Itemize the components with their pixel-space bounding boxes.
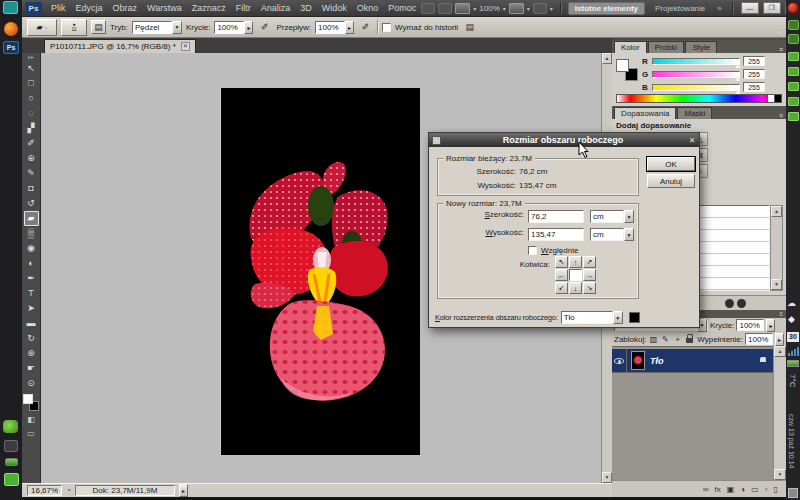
sidebar-settings-icon[interactable] bbox=[788, 488, 798, 498]
zoom-percent-field[interactable]: 16,67% bbox=[27, 485, 62, 496]
3d-rotate-tool[interactable]: ↻ bbox=[24, 331, 39, 346]
foreground-color-swatch[interactable] bbox=[23, 394, 33, 404]
move-tool[interactable]: ↖ bbox=[24, 61, 39, 76]
healing-brush-tool[interactable]: ⊕ bbox=[24, 151, 39, 166]
brush-tool[interactable]: ✎ bbox=[24, 166, 39, 181]
layers-fill-field[interactable]: 100% bbox=[745, 333, 773, 345]
menu-item[interactable]: Okno bbox=[352, 3, 384, 13]
clip-to-layer-icon[interactable] bbox=[737, 299, 746, 308]
photoshop-icon[interactable]: Ps bbox=[3, 41, 19, 54]
spinner-icon[interactable]: ▸ bbox=[766, 319, 775, 332]
presets-scrollbar[interactable]: ▲ ▼ bbox=[770, 205, 783, 291]
sidebar-app-icon[interactable] bbox=[788, 20, 799, 30]
path-selection-tool[interactable]: ➤ bbox=[24, 301, 39, 316]
bridge-icon[interactable] bbox=[421, 3, 435, 14]
anchor-cell[interactable]: ↘ bbox=[583, 282, 596, 294]
gradient-tool[interactable]: ▒ bbox=[24, 226, 39, 241]
layer-name[interactable]: Tło bbox=[650, 356, 759, 366]
tablet-opacity-icon[interactable]: ✐ bbox=[257, 20, 272, 34]
lock-position-icon[interactable]: + bbox=[672, 334, 682, 345]
green-app-icon[interactable] bbox=[4, 473, 19, 486]
mini-bridge-icon[interactable] bbox=[438, 3, 452, 14]
lock-transparency-icon[interactable]: ▨ bbox=[648, 334, 658, 345]
flow-field[interactable]: 100%▸ bbox=[315, 21, 354, 34]
white-swatch[interactable] bbox=[767, 95, 774, 102]
panel-menu-icon[interactable]: ≡ bbox=[776, 46, 786, 53]
dodge-tool[interactable]: ◐ bbox=[24, 256, 39, 271]
panel-tab[interactable]: Kolor bbox=[614, 41, 647, 53]
folder-icon[interactable] bbox=[788, 52, 799, 61]
screen-mode-icon[interactable]: ▭ bbox=[24, 427, 38, 439]
foreground-background-swatches[interactable] bbox=[23, 394, 39, 411]
gecko-icon[interactable] bbox=[3, 420, 18, 433]
marquee-tool[interactable]: □ bbox=[24, 76, 39, 91]
workspace-more-chevron[interactable]: » bbox=[717, 4, 721, 13]
palette-grip-icon[interactable]: ▸▸ bbox=[28, 54, 34, 61]
panel-menu-icon[interactable]: ≡ bbox=[779, 311, 783, 317]
ps-logo-icon[interactable]: Ps bbox=[25, 2, 42, 15]
menu-item[interactable]: Analiza bbox=[256, 3, 296, 13]
blur-tool[interactable]: ◉ bbox=[24, 241, 39, 256]
menu-item[interactable]: Warstwa bbox=[142, 3, 187, 13]
layer-style-icon[interactable]: fx bbox=[715, 485, 721, 494]
blue-value-field[interactable]: 255 bbox=[743, 82, 765, 92]
scroll-up-icon[interactable]: ▲ bbox=[771, 206, 782, 217]
slider-handle[interactable] bbox=[735, 77, 741, 81]
minimize-button[interactable]: — bbox=[741, 2, 759, 14]
red-slider[interactable] bbox=[652, 58, 740, 65]
black-swatch[interactable] bbox=[774, 95, 781, 102]
clone-stamp-tool[interactable]: ◘ bbox=[24, 181, 39, 196]
menu-item[interactable]: Plik bbox=[46, 3, 71, 13]
chevron-down-icon[interactable]: ▼ bbox=[172, 21, 182, 34]
relative-checkbox[interactable] bbox=[528, 246, 537, 255]
tab-close-icon[interactable]: ✕ bbox=[181, 42, 190, 51]
anchor-cell[interactable]: ↑ bbox=[569, 256, 582, 268]
expanded-view-icon[interactable] bbox=[725, 299, 734, 308]
new-height-field[interactable]: 135,47 bbox=[528, 228, 584, 241]
layer-row[interactable]: Tło bbox=[612, 349, 773, 373]
hand-tool[interactable]: ☛ bbox=[24, 361, 39, 376]
anchor-cell[interactable]: ↙ bbox=[555, 282, 568, 294]
link-layers-icon[interactable]: ∞ bbox=[703, 485, 709, 494]
anchor-cell[interactable]: ↗ bbox=[583, 256, 596, 268]
chevron-down-icon[interactable]: ▼ bbox=[624, 210, 634, 223]
quick-selection-tool[interactable]: ◌ bbox=[24, 106, 39, 121]
scroll-down-icon[interactable]: ▼ bbox=[774, 469, 786, 480]
arrange-documents-icon[interactable] bbox=[509, 3, 524, 14]
folder-icon[interactable] bbox=[788, 97, 799, 106]
panel-tab[interactable]: Dopasowania bbox=[614, 107, 676, 119]
menu-item[interactable]: Filtr bbox=[231, 3, 256, 13]
tool-preset-picker[interactable]: ▰▾ bbox=[27, 19, 57, 36]
spinner-icon[interactable]: ▸ bbox=[345, 21, 354, 34]
sidebar-app-icon[interactable] bbox=[788, 34, 799, 44]
anchor-cell[interactable]: ← bbox=[555, 269, 568, 281]
blue-slider[interactable] bbox=[652, 84, 740, 91]
canvas[interactable] bbox=[220, 88, 420, 455]
new-adjustment-icon[interactable]: ◑ bbox=[740, 485, 745, 494]
panel-menu-icon[interactable]: ≡ bbox=[776, 112, 786, 119]
chevron-down-icon[interactable]: ▼ bbox=[624, 228, 634, 241]
lock-all-icon[interactable] bbox=[684, 334, 694, 345]
anchor-cell[interactable] bbox=[569, 269, 582, 281]
crop-tool[interactable]: ▞ bbox=[24, 121, 39, 136]
layers-scrollbar[interactable]: ▲ ▼ bbox=[773, 346, 786, 480]
lasso-tool[interactable]: ○ bbox=[24, 91, 39, 106]
eyedropper-tool[interactable]: ✐ bbox=[24, 136, 39, 151]
extension-color-swatch[interactable] bbox=[629, 312, 640, 323]
menu-item[interactable]: 3D bbox=[295, 3, 317, 13]
layer-visibility-toggle[interactable] bbox=[612, 349, 627, 372]
opacity-field[interactable]: 100%▸ bbox=[214, 21, 253, 34]
3d-orbit-tool[interactable]: ⊛ bbox=[24, 346, 39, 361]
menu-item[interactable]: Zaznacz bbox=[187, 3, 231, 13]
restore-button[interactable]: ❐ bbox=[763, 2, 781, 14]
green-slider[interactable] bbox=[652, 71, 740, 78]
document-tab[interactable]: P1010711.JPG @ 16,7% (RGB/8) * ✕ bbox=[44, 39, 196, 53]
power-icon[interactable] bbox=[787, 2, 799, 14]
scroll-down-icon[interactable]: ▼ bbox=[602, 472, 612, 483]
type-tool[interactable]: T bbox=[24, 286, 39, 301]
scroll-up-icon[interactable]: ▲ bbox=[602, 53, 612, 64]
folder-icon[interactable] bbox=[788, 112, 799, 121]
color-spectrum-ramp[interactable] bbox=[616, 94, 782, 103]
anchor-cell[interactable]: → bbox=[583, 269, 596, 281]
spinner-icon[interactable]: ▸ bbox=[775, 333, 784, 346]
